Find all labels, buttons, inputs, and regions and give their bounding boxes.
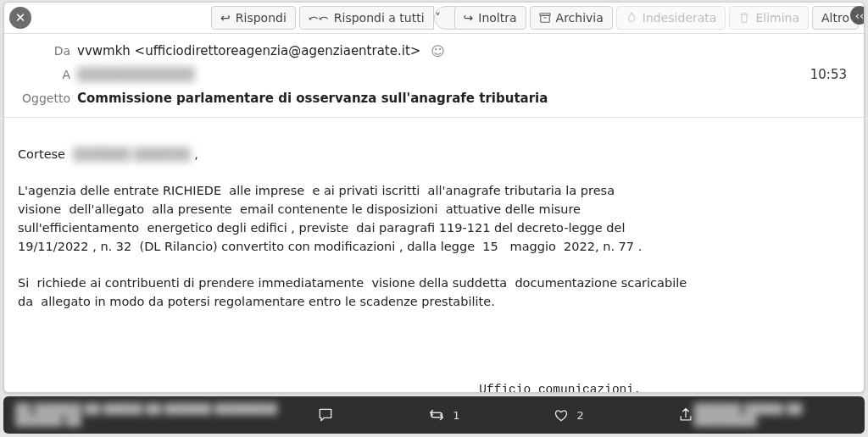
signature-line1: Ufficio comunicazioni, [340, 381, 781, 392]
contact-card-icon[interactable]: ☺ [431, 43, 445, 59]
signature-block: Ufficio comunicazioni, Direzione naziona… [340, 346, 781, 392]
delete-button[interactable]: Elimina [729, 6, 809, 30]
email-body: Cortese ██████ ██████ , L'agenzia delle … [4, 118, 864, 392]
chevron-left-icon: ‹‹ [855, 9, 864, 22]
archive-icon [539, 12, 551, 24]
close-button[interactable]: ✕ [9, 7, 31, 29]
speech-bubble-icon [317, 407, 334, 423]
reply-all-group: ⤺⤺ Rispondi a tutti ˅ [299, 6, 451, 30]
comment-action[interactable] [317, 407, 334, 423]
greeting-prefix: Cortese [18, 147, 73, 161]
toolbar: ✕ ↩ Rispondi ⤺⤺ Rispondi a tutti ˅ ↪ Ino… [4, 3, 864, 34]
collapse-corner-button[interactable]: ‹‹ [850, 6, 865, 25]
body-para1: L'agenzia delle entrate RICHIEDE alle im… [18, 184, 642, 253]
greeting-suffix: , [191, 147, 198, 161]
forward-button[interactable]: ↪ Inoltra [454, 6, 526, 30]
svg-rect-1 [540, 15, 549, 22]
junk-button[interactable]: Indesiderata [616, 6, 726, 30]
flame-icon [626, 12, 637, 24]
received-time: 10:53 [810, 67, 852, 82]
forward-label: Inoltra [478, 11, 516, 25]
forward-icon: ↪ [464, 12, 474, 24]
chevron-down-icon: ˅ [435, 11, 441, 25]
share-action[interactable] [677, 407, 694, 423]
to-row: A ████████████ 10:53 [16, 63, 852, 86]
delete-label: Elimina [755, 11, 799, 25]
retweet-icon [427, 407, 446, 423]
footer-actions: 1 2 [317, 407, 694, 423]
subject-value: Commissione parlamentare di osservanza s… [77, 91, 548, 106]
reply-icon: ↩ [220, 12, 231, 24]
from-label: Da [16, 44, 70, 58]
from-row: Da vvwmkh <ufficiodirettoreagenzia@agenz… [16, 39, 852, 63]
reply-button[interactable]: ↩ Rispondi [211, 6, 296, 30]
email-header: Da vvwmkh <ufficiodirettoreagenzia@agenz… [4, 34, 864, 118]
archive-label: Archivia [556, 11, 604, 25]
like-action[interactable]: 2 [553, 407, 583, 423]
greeting-redacted: ██████ ██████ [73, 147, 190, 161]
reply-all-button[interactable]: ⤺⤺ Rispondi a tutti [299, 6, 434, 30]
from-value: vvwmkh <ufficiodirettoreagenzia@agenziae… [77, 43, 420, 58]
footer-left-blur: ██ ██████ ██ █████ ██ ██████ ████████ ██… [15, 403, 317, 427]
to-label: A [16, 68, 70, 81]
reply-all-icon: ⤺⤺ [309, 12, 329, 24]
to-value: ████████████ [77, 67, 194, 82]
retweet-action[interactable]: 1 [427, 407, 459, 423]
reply-all-label: Rispondi a tutti [334, 11, 425, 25]
social-footer: ██ ██████ ██ █████ ██ ██████ ████████ ██… [3, 396, 865, 434]
subject-label: Oggetto [16, 91, 70, 105]
retweet-count: 1 [453, 409, 459, 422]
subject-row: Oggetto Commissione parlamentare di osse… [16, 86, 852, 110]
reply-label: Rispondi [236, 11, 287, 25]
reply-all-more-button[interactable]: ˅ [434, 6, 456, 30]
share-icon [677, 407, 694, 423]
heart-icon [553, 407, 570, 423]
close-icon: ✕ [15, 10, 26, 25]
body-para2: Si richiede ai contribuenti di prendere … [18, 276, 687, 308]
trash-icon [738, 12, 750, 24]
email-window: ✕ ↩ Rispondi ⤺⤺ Rispondi a tutti ˅ ↪ Ino… [3, 2, 865, 393]
junk-label: Indesiderata [643, 11, 717, 25]
more-label: Altro [821, 11, 849, 25]
like-count: 2 [576, 409, 583, 422]
archive-button[interactable]: Archivia [530, 6, 613, 30]
footer-right-blur: ██████ █████ ██ ████████ [694, 403, 853, 427]
